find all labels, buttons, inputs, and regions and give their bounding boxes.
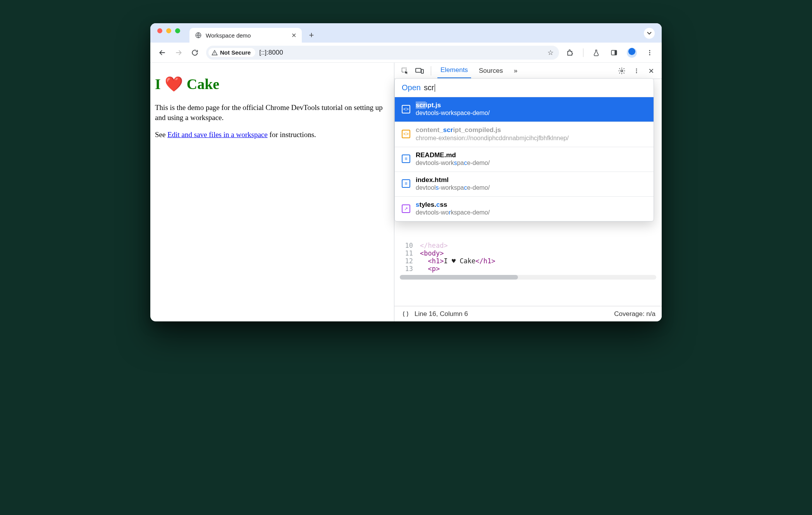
file-path: devtools-workspace-demo/ — [416, 159, 490, 167]
browser-tab[interactable]: Workspace demo ✕ — [189, 28, 302, 43]
code-line: 10 </head> — [394, 242, 662, 249]
workspace-tutorial-link[interactable]: Edit and save files in a workspace — [167, 130, 268, 139]
device-toolbar-button[interactable] — [415, 66, 425, 76]
close-window-icon[interactable] — [157, 28, 162, 33]
page-heading: I ❤️ Cake — [155, 74, 389, 94]
forward-button[interactable] — [174, 48, 184, 58]
file-path: chrome-extension://noondiphcddnnabmjcihc… — [416, 134, 569, 142]
devtools-menu-button[interactable] — [631, 66, 642, 76]
new-tab-button[interactable]: + — [306, 29, 317, 41]
see-prefix: See — [155, 130, 167, 139]
devtools-settings-button[interactable] — [617, 66, 627, 76]
file-name: content_script_compiled.js — [416, 126, 569, 134]
open-file-dialog: Open scr <> script.js devtools-workspace… — [394, 78, 654, 221]
doc-file-icon: ≡ — [402, 154, 410, 163]
js-file-icon: <> — [402, 105, 410, 113]
browser-window: Workspace demo ✕ + Not Secure [::]:8000 … — [150, 23, 662, 321]
page-viewport: I ❤️ Cake This is the demo page for the … — [150, 63, 394, 321]
svg-rect-2 — [615, 50, 617, 55]
code-line: 11 <body> — [394, 249, 662, 257]
code-text: </head> — [420, 242, 448, 249]
kebab-icon — [633, 67, 640, 74]
svg-point-3 — [649, 50, 650, 51]
devtools-statusbar: Line 16, Column 6 Coverage: n/a — [394, 306, 662, 321]
side-panel-button[interactable] — [609, 48, 619, 58]
code-text: I ♥ Cake — [444, 257, 475, 265]
file-name: index.html — [416, 176, 490, 184]
tab-strip: Workspace demo ✕ + — [150, 23, 662, 43]
file-result[interactable]: ≡ README.md devtools-workspace-demo/ — [395, 147, 654, 172]
css-file-icon: ↗ — [402, 204, 410, 213]
fullscreen-window-icon[interactable] — [175, 28, 180, 33]
open-label: Open — [402, 83, 421, 92]
file-path: devtools-workspace-demo/ — [416, 109, 490, 117]
security-chip[interactable]: Not Secure — [208, 48, 255, 57]
svg-point-4 — [649, 52, 650, 53]
puzzle-icon — [566, 49, 574, 57]
see-suffix: for instructions. — [268, 130, 316, 139]
reload-button[interactable] — [190, 48, 200, 58]
svg-point-10 — [636, 69, 637, 70]
line-number: 11 — [401, 249, 413, 257]
toolbar: Not Secure [::]:8000 ☆ — [150, 43, 662, 63]
inspect-element-button[interactable] — [400, 66, 410, 76]
svg-rect-8 — [421, 69, 423, 73]
warning-icon — [212, 50, 218, 56]
link-paragraph: See Edit and save files in a workspace f… — [155, 130, 389, 140]
open-file-input[interactable]: Open scr — [395, 79, 654, 97]
doc-file-icon: ≡ — [402, 179, 410, 188]
tab-overflow[interactable]: » — [511, 63, 520, 79]
file-name: script.js — [416, 101, 490, 109]
open-query: scr — [424, 83, 434, 92]
code-line: 12 <h1>I ♥ Cake</h1> — [394, 257, 662, 265]
heart-icon: ❤️ — [165, 74, 183, 94]
back-button[interactable] — [157, 48, 167, 58]
js-file-icon: <> — [402, 130, 410, 138]
code-text: <p> — [428, 265, 440, 273]
inspect-icon — [401, 67, 409, 75]
minimize-window-icon[interactable] — [166, 28, 171, 33]
kebab-icon — [646, 49, 653, 56]
svg-point-5 — [649, 54, 650, 55]
file-result[interactable]: ↗ styles.css devtools-workspace-demo/ — [395, 196, 654, 221]
line-number: 12 — [401, 257, 413, 265]
heading-suffix: Cake — [187, 74, 219, 94]
chevron-down-icon — [647, 31, 652, 36]
security-label: Not Secure — [220, 49, 251, 56]
back-arrow-icon — [158, 49, 166, 57]
tab-sources[interactable]: Sources — [476, 63, 506, 79]
flask-icon — [593, 49, 600, 57]
tab-list-button[interactable] — [644, 28, 655, 39]
devtools-close-button[interactable] — [646, 66, 656, 76]
file-result[interactable]: <> content_script_compiled.js chrome-ext… — [395, 122, 654, 146]
labs-button[interactable] — [591, 48, 601, 58]
tab-elements[interactable]: Elements — [437, 63, 471, 79]
divider — [431, 66, 431, 76]
file-name: README.md — [416, 151, 490, 159]
coverage-label: Coverage: n/a — [614, 310, 655, 318]
file-path: devtools-workspace-demo/ — [416, 184, 490, 192]
close-icon — [648, 68, 654, 74]
braces-icon — [402, 311, 409, 318]
intro-paragraph: This is the demo page for the official C… — [155, 103, 389, 122]
cursor-position: Line 16, Column 6 — [415, 310, 468, 318]
svg-point-11 — [636, 70, 637, 71]
profile-avatar[interactable] — [627, 48, 637, 58]
code-text: <h1> — [428, 257, 444, 265]
tab-title: Workspace demo — [206, 32, 287, 39]
file-result[interactable]: <> script.js devtools-workspace-demo/ — [395, 97, 654, 122]
file-path: devtools-workspace-demo/ — [416, 209, 490, 216]
devices-icon — [415, 67, 424, 74]
gear-icon — [618, 67, 626, 75]
address-bar[interactable]: Not Secure [::]:8000 ☆ — [206, 46, 559, 60]
file-result[interactable]: ≡ index.html devtools-workspace-demo/ — [395, 172, 654, 196]
menu-button[interactable] — [645, 48, 655, 58]
close-tab-icon[interactable]: ✕ — [291, 32, 296, 39]
extensions-button[interactable] — [565, 48, 575, 58]
svg-point-9 — [621, 70, 623, 72]
devtools-tabs: Elements Sources » — [394, 63, 662, 79]
bookmark-button[interactable]: ☆ — [547, 48, 554, 57]
format-code-button[interactable] — [401, 309, 411, 319]
horizontal-scrollbar[interactable] — [400, 275, 656, 280]
file-name: styles.css — [416, 201, 490, 209]
